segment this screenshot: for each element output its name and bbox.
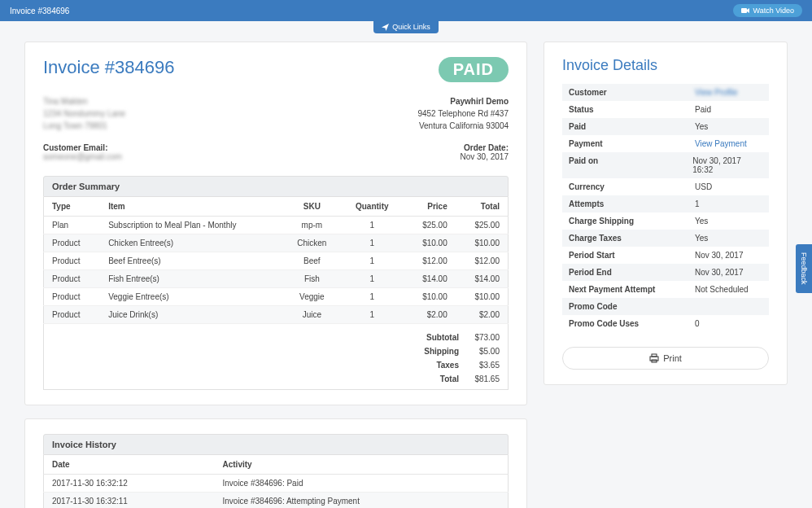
detail-row: StatusPaid — [562, 101, 769, 118]
detail-row: Charge ShippingYes — [562, 212, 769, 230]
detail-row: Period StartNov 30, 2017 — [562, 247, 769, 264]
detail-row: CurrencyUSD — [562, 178, 769, 195]
detail-row: PaidYes — [562, 118, 769, 135]
detail-value: Yes — [695, 122, 708, 131]
watch-video-button[interactable]: Watch Video — [733, 4, 802, 17]
col-activity: Activity — [215, 455, 509, 475]
detail-row: PaymentView Payment — [562, 135, 769, 152]
col-sku: SKU — [283, 197, 341, 217]
detail-row: Attempts1 — [562, 195, 769, 212]
detail-row: Next Payment AttemptNot Scheduled — [562, 281, 769, 298]
col-type: Type — [44, 197, 101, 217]
table-row: ProductBeef Entree(s)Beef1$12.00$12.00 — [44, 252, 509, 270]
page-title: Invoice #384696 — [10, 7, 69, 15]
watch-video-label: Watch Video — [753, 7, 794, 15]
feedback-tab[interactable]: Feedback — [796, 244, 812, 293]
detail-value: Nov 30, 2017 16:32 — [692, 156, 762, 174]
customer-address: Tina Makten 1234 Nondummy Lane Long Town… — [43, 95, 125, 132]
table-row: 2017-11-30 16:32:12Invoice #384696: Paid — [44, 475, 509, 493]
table-row: PlanSubscription to Meal Plan - Monthlym… — [44, 217, 509, 234]
col-total: Total — [456, 197, 509, 217]
svg-rect-0 — [741, 8, 747, 13]
detail-value: 0 — [695, 319, 700, 328]
order-totals: Subtotal$73.00 Shipping$5.00 Taxes$3.65 … — [43, 324, 509, 390]
invoice-heading: Invoice #384696 — [43, 57, 174, 78]
detail-value: Nov 30, 2017 — [695, 268, 744, 277]
topbar: Invoice #384696 Watch Video — [0, 0, 812, 21]
table-row: ProductChicken Entree(s)Chicken1$10.00$1… — [44, 234, 509, 252]
print-label: Print — [663, 353, 682, 363]
detail-value: USD — [695, 182, 712, 191]
details-title: Invoice Details — [562, 57, 769, 74]
detail-row: Promo Code — [562, 298, 769, 315]
order-summary-header: Order Summary — [43, 176, 509, 197]
quick-links-wrap: Quick Links — [0, 20, 812, 33]
quick-links-label: Quick Links — [392, 23, 430, 31]
detail-value: Not Scheduled — [695, 285, 749, 294]
detail-value: Yes — [695, 234, 708, 243]
detail-row: Period EndNov 30, 2017 — [562, 264, 769, 281]
detail-row: Promo Code Uses0 — [562, 315, 769, 332]
col-qty: Quantity — [341, 197, 404, 217]
detail-value: Yes — [695, 217, 708, 226]
send-icon — [382, 24, 389, 31]
col-item: Item — [100, 197, 283, 217]
table-row: ProductFish Entree(s)Fish1$14.00$14.00 — [44, 270, 509, 288]
history-header: Invoice History — [43, 434, 509, 455]
detail-value: Nov 30, 2017 — [695, 251, 744, 260]
details-panel: Invoice Details CustomerView ProfileStat… — [544, 42, 788, 385]
print-button[interactable]: Print — [562, 347, 769, 370]
history-panel: Invoice History Date Activity 2017-11-30… — [24, 418, 527, 508]
company-address: Paywhirl Demo 9452 Telephone Rd #437 Ven… — [417, 95, 509, 132]
order-date: Order Date: Nov 30, 2017 — [461, 143, 509, 161]
table-row: ProductVeggie Entree(s)Veggie1$10.00$10.… — [44, 288, 509, 306]
detail-value[interactable]: View Profile — [695, 88, 738, 97]
customer-email: Customer Email: someone@gmail.com — [43, 143, 122, 161]
print-icon — [649, 353, 659, 363]
detail-value: 1 — [695, 199, 700, 208]
history-table: Date Activity 2017-11-30 16:32:12Invoice… — [43, 455, 509, 508]
video-icon — [741, 7, 749, 14]
quick-links-button[interactable]: Quick Links — [373, 20, 439, 33]
col-price: Price — [404, 197, 456, 217]
order-summary-table: Type Item SKU Quantity Price Total PlanS… — [43, 197, 509, 324]
table-row: ProductJuice Drink(s)Juice1$2.00$2.00 — [44, 306, 509, 324]
detail-value: Paid — [695, 105, 711, 114]
detail-value[interactable]: View Payment — [695, 139, 747, 148]
invoice-panel: Invoice #384696 PAID Tina Makten 1234 No… — [24, 42, 527, 405]
col-date: Date — [44, 455, 215, 475]
detail-row: Paid onNov 30, 2017 16:32 — [562, 152, 769, 178]
table-row: 2017-11-30 16:32:11Invoice #384696: Atte… — [44, 493, 509, 509]
paid-stamp: PAID — [439, 57, 509, 82]
detail-row: Charge TaxesYes — [562, 230, 769, 247]
detail-row: CustomerView Profile — [562, 84, 769, 101]
